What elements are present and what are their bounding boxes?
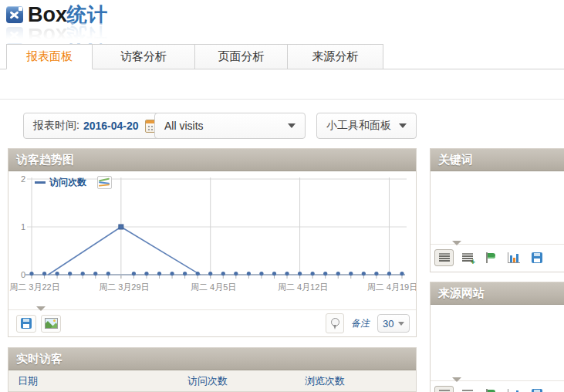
chart-footer: 备注 30: [8, 309, 416, 336]
svg-text:0: 0: [21, 270, 25, 279]
bar-chart-view-icon: [508, 252, 520, 263]
export-button[interactable]: [527, 249, 546, 266]
referrer-websites-panel: 来源网站 +: [430, 282, 564, 392]
export-icon: [532, 252, 542, 263]
widgets-and-dashboard-button[interactable]: 小工具和面板: [316, 113, 417, 139]
bar-chart-view-icon: [508, 389, 520, 392]
tab-dashboard[interactable]: 报表面板: [6, 44, 93, 69]
column-header-date[interactable]: 日期: [8, 374, 178, 388]
realtime-table-header: 日期 访问次数 浏览次数: [8, 370, 416, 392]
keywords-empty-body: [431, 171, 564, 244]
image-export-icon: [45, 318, 58, 329]
date-value: 2016-04-20: [83, 120, 139, 132]
svg-text:周二 4月12日: 周二 4月12日: [278, 282, 328, 292]
table-view-button[interactable]: [434, 386, 454, 392]
export-icon: [532, 389, 542, 392]
chart-legend: 访问次数: [35, 176, 112, 189]
annotation-pin-icon: [331, 318, 339, 329]
footer-expander-icon[interactable]: [452, 377, 461, 382]
series-color-swatch: [35, 181, 46, 184]
keywords-footer: +: [431, 244, 564, 270]
footer-expander-icon[interactable]: [452, 241, 461, 245]
panel-title: 来源网站: [438, 286, 485, 301]
svg-text:2: 2: [21, 174, 25, 184]
tab-pages[interactable]: 页面分析: [195, 44, 288, 69]
visitor-trend-panel: 访客趋势图 访问次数 012周二 3月22日周二 3月29日周二 4月5日周二 …: [8, 148, 417, 337]
svg-text:1: 1: [21, 222, 25, 231]
panel-title: 实时访客: [16, 352, 62, 367]
table-more-columns-button[interactable]: +: [458, 386, 477, 392]
box-logo-icon: [6, 6, 23, 23]
goals-flag-icon: [485, 252, 496, 263]
line-chart-svg: 012周二 3月22日周二 3月29日周二 4月5日周二 4月12日周二 4月1…: [8, 171, 416, 301]
column-header-pageviews[interactable]: 浏览次数: [296, 374, 416, 388]
app-window: Box统计 Box统计 报表面板 访客分析 页面分析 来源分析 报表时间: 20…: [0, 0, 564, 392]
segment-selector-label: All visits: [164, 120, 204, 132]
svg-text:周二 3月22日: 周二 3月22日: [9, 282, 59, 292]
export-icon: [21, 318, 32, 329]
referrers-footer: +: [431, 380, 564, 392]
keywords-panel: 关键词 +: [430, 148, 564, 272]
table-view-button[interactable]: [434, 249, 454, 266]
table-view-icon: [439, 390, 450, 392]
realtime-panel-header[interactable]: 实时访客: [8, 348, 416, 370]
panel-title: 关键词: [438, 153, 473, 167]
date-label: 报表时间:: [33, 119, 79, 133]
goals-view-button[interactable]: [481, 249, 500, 266]
visitor-trend-panel-header[interactable]: 访客趋势图: [8, 149, 416, 171]
widgets-button-label: 小工具和面板: [326, 119, 391, 133]
referrers-panel-header[interactable]: 来源网站: [431, 282, 564, 305]
section-divider: [0, 99, 564, 100]
column-header-visits[interactable]: 访问次数: [178, 374, 296, 388]
annotations-button[interactable]: [326, 313, 344, 333]
referrers-empty-body: [431, 305, 564, 380]
export-button[interactable]: [16, 315, 36, 333]
logo-reflection-fade: [0, 23, 170, 43]
goals-view-button[interactable]: [481, 386, 500, 392]
row-limit-select[interactable]: 30: [377, 314, 410, 333]
annotations-link[interactable]: 备注: [351, 317, 370, 330]
chevron-down-icon: [398, 322, 404, 326]
footer-expander-icon[interactable]: [36, 306, 46, 311]
table-more-columns-button[interactable]: +: [458, 249, 477, 266]
main-tabbar: 报表面板 访客分析 页面分析 来源分析: [0, 44, 564, 69]
realtime-visitors-panel: 实时访客 日期 访问次数 浏览次数: [8, 347, 417, 392]
keywords-panel-header[interactable]: 关键词: [431, 149, 564, 171]
export-button[interactable]: [527, 386, 546, 392]
chevron-down-icon: [288, 123, 296, 128]
svg-text:周二 4月19日: 周二 4月19日: [367, 282, 416, 292]
segment-selector[interactable]: All visits: [154, 113, 306, 139]
svg-text:周二 3月29日: 周二 3月29日: [99, 282, 149, 292]
table-view-icon: [439, 253, 450, 262]
bar-chart-view-button[interactable]: [504, 386, 523, 392]
table-more-columns-icon: +: [462, 390, 473, 392]
date-range-selector[interactable]: 报表时间: 2016-04-20: [23, 113, 169, 139]
visits-evolution-chart: 访问次数 012周二 3月22日周二 3月29日周二 4月5日周二 4月12日周…: [8, 171, 416, 304]
metrics-picker-icon[interactable]: [97, 176, 112, 189]
panel-title: 访客趋势图: [16, 153, 74, 167]
tab-referrers[interactable]: 来源分析: [288, 44, 383, 69]
row-limit-value: 30: [383, 318, 393, 329]
series-label: 访问次数: [49, 176, 86, 189]
goals-flag-icon: [485, 389, 496, 392]
tab-visitors[interactable]: 访客分析: [93, 44, 195, 69]
bar-chart-view-button[interactable]: [504, 249, 523, 266]
table-more-columns-icon: +: [462, 253, 473, 262]
chevron-down-icon: [399, 123, 407, 128]
svg-text:周二 4月5日: 周二 4月5日: [191, 282, 236, 292]
export-image-button[interactable]: [41, 315, 61, 333]
